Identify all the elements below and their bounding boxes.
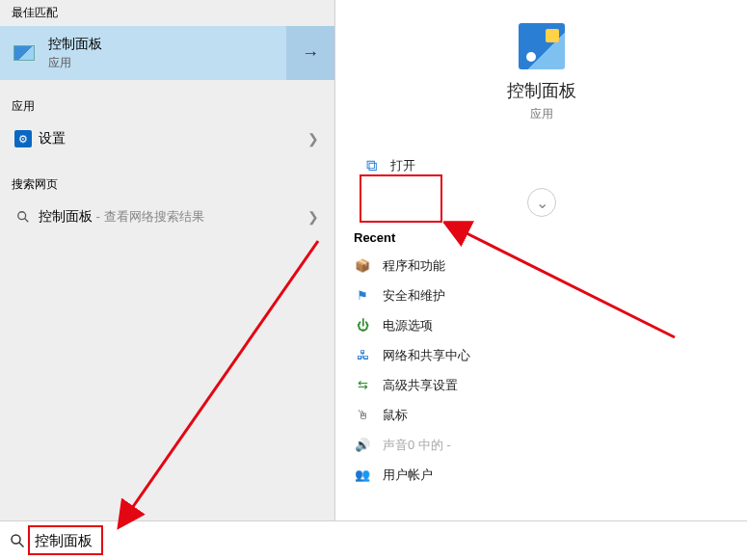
search-bar [0, 520, 747, 560]
apps-header: 应用 [0, 93, 334, 120]
network-icon: 🖧 [354, 347, 371, 364]
sound-icon: 🔊 [354, 437, 371, 454]
recent-item-security[interactable]: ⚑ 安全和维护 [336, 280, 747, 310]
recent-item-network[interactable]: 🖧 网络和共享中心 [336, 340, 747, 370]
app-result-label: 设置 [39, 130, 307, 147]
chevron-right-icon: ❯ [307, 131, 327, 147]
flag-icon: ⚑ [354, 287, 371, 305]
recent-item-mouse[interactable]: 🖱 鼠标 [336, 400, 747, 430]
recent-item-sharing[interactable]: ⇆ 高级共享设置 [336, 370, 747, 400]
users-icon: 👥 [354, 467, 371, 484]
arrow-right-icon: → [302, 43, 319, 64]
power-icon: ⏻ [354, 317, 371, 334]
gear-icon: ⚙ [14, 130, 32, 147]
chevron-right-icon: ❯ [307, 209, 327, 225]
svg-line-1 [25, 219, 29, 223]
web-result[interactable]: 控制面板 - 查看网络搜索结果 ❯ [0, 198, 334, 236]
search-input[interactable] [35, 521, 747, 560]
recent-item-sound[interactable]: 🔊 声音0 中的 - [336, 430, 747, 460]
detail-title: 控制面板 [336, 79, 747, 102]
search-icon [0, 533, 35, 548]
control-panel-icon [0, 45, 48, 61]
web-header: 搜索网页 [0, 172, 334, 198]
app-result-settings[interactable]: ⚙ 设置 ❯ [0, 120, 334, 158]
best-match-title: 控制面板 [48, 36, 286, 53]
svg-point-2 [12, 535, 20, 544]
open-label: 打开 [390, 157, 415, 174]
recent-item-programs[interactable]: 📦 程序和功能 [336, 251, 747, 280]
search-icon [8, 210, 39, 224]
detail-subtitle: 应用 [336, 106, 747, 122]
open-icon: ⧉ [361, 157, 381, 174]
programs-icon: 📦 [354, 257, 371, 275]
open-preview-button[interactable]: → [286, 26, 334, 80]
web-result-label: 控制面板 - 查看网络搜索结果 [39, 208, 307, 226]
mouse-icon: 🖱 [354, 407, 371, 424]
sharing-icon: ⇆ [354, 377, 371, 394]
chevron-down-icon: ⌄ [536, 194, 548, 212]
best-match-result[interactable]: 控制面板 应用 → [0, 26, 334, 80]
svg-line-3 [19, 543, 24, 547]
best-match-header: 最佳匹配 [0, 0, 334, 26]
expand-button[interactable]: ⌄ [527, 188, 556, 217]
best-match-subtitle: 应用 [48, 55, 286, 71]
recent-header: Recent [336, 230, 747, 251]
control-panel-large-icon [519, 23, 565, 69]
open-action[interactable]: ⧉ 打开 [348, 149, 747, 182]
svg-point-0 [18, 212, 26, 220]
recent-item-users[interactable]: 👥 用户帐户 [336, 460, 747, 490]
recent-item-power[interactable]: ⏻ 电源选项 [336, 310, 747, 340]
